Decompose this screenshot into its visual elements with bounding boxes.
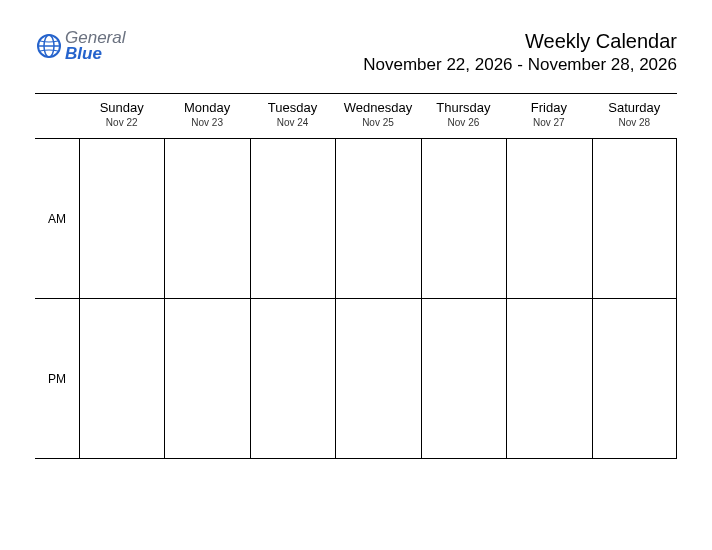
date-range: November 22, 2026 - November 28, 2026 xyxy=(363,55,677,75)
day-date: Nov 25 xyxy=(335,117,420,128)
logo: General Blue xyxy=(35,30,125,62)
day-header: Sunday Nov 22 xyxy=(79,100,164,128)
calendar-cell xyxy=(592,138,677,298)
day-name: Monday xyxy=(164,100,249,115)
day-name: Wednesday xyxy=(335,100,420,115)
day-header: Wednesday Nov 25 xyxy=(335,100,420,128)
day-header: Monday Nov 23 xyxy=(164,100,249,128)
logo-text: General Blue xyxy=(65,30,125,62)
day-name: Friday xyxy=(506,100,591,115)
calendar-cell xyxy=(506,298,591,458)
calendar: Sunday Nov 22 Monday Nov 23 Tuesday Nov … xyxy=(35,93,677,459)
header-spacer xyxy=(35,100,79,128)
calendar-cell xyxy=(79,298,164,458)
day-name: Sunday xyxy=(79,100,164,115)
day-date: Nov 22 xyxy=(79,117,164,128)
day-name: Saturday xyxy=(592,100,677,115)
period-label-pm: PM xyxy=(35,298,79,458)
page-title: Weekly Calendar xyxy=(363,30,677,53)
calendar-cell xyxy=(506,138,591,298)
day-date: Nov 26 xyxy=(421,117,506,128)
day-headers: Sunday Nov 22 Monday Nov 23 Tuesday Nov … xyxy=(35,94,677,138)
day-header: Thursday Nov 26 xyxy=(421,100,506,128)
calendar-cell xyxy=(250,138,335,298)
calendar-cell xyxy=(335,298,420,458)
day-header: Friday Nov 27 xyxy=(506,100,591,128)
title-block: Weekly Calendar November 22, 2026 - Nove… xyxy=(363,30,677,75)
calendar-cell xyxy=(421,138,506,298)
day-name: Tuesday xyxy=(250,100,335,115)
header: General Blue Weekly Calendar November 22… xyxy=(35,30,677,75)
day-date: Nov 28 xyxy=(592,117,677,128)
globe-icon xyxy=(35,32,63,60)
day-date: Nov 24 xyxy=(250,117,335,128)
day-header: Tuesday Nov 24 xyxy=(250,100,335,128)
calendar-cell xyxy=(335,138,420,298)
calendar-cell xyxy=(250,298,335,458)
logo-line2: Blue xyxy=(65,46,125,62)
calendar-cell xyxy=(79,138,164,298)
day-header: Saturday Nov 28 xyxy=(592,100,677,128)
calendar-cell xyxy=(592,298,677,458)
period-label-am: AM xyxy=(35,138,79,298)
calendar-cell xyxy=(164,138,249,298)
grid-body: AM PM xyxy=(35,138,677,458)
day-date: Nov 23 xyxy=(164,117,249,128)
calendar-cell xyxy=(164,298,249,458)
calendar-cell xyxy=(421,298,506,458)
day-date: Nov 27 xyxy=(506,117,591,128)
day-name: Thursday xyxy=(421,100,506,115)
